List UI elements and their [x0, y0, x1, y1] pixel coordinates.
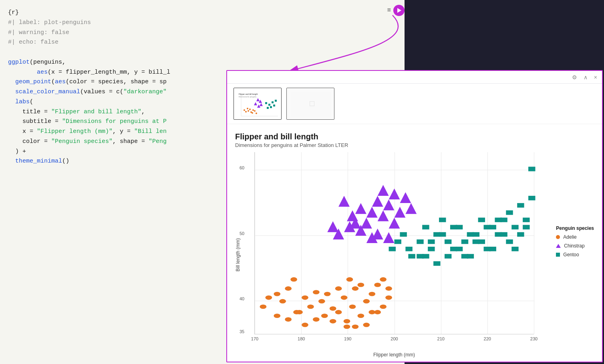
code-line-2: #| label: plot-penguins	[8, 18, 397, 28]
svg-marker-81	[395, 207, 406, 217]
code-line-3: #| warning: false	[8, 28, 397, 38]
svg-text:Flipper and bill length: Flipper and bill length	[239, 93, 258, 95]
code-line-6: ggplot(penguins,	[8, 58, 397, 68]
svg-point-69	[380, 277, 387, 282]
x-axis-label: Flipper length (mm)	[254, 352, 534, 358]
svg-point-2	[244, 109, 245, 111]
svg-point-38	[307, 304, 314, 309]
svg-rect-96	[417, 239, 423, 244]
svg-rect-98	[428, 247, 435, 251]
svg-point-63	[363, 323, 370, 327]
svg-point-43	[324, 292, 331, 296]
chart-inner: 35 40 50 60	[242, 152, 598, 358]
svg-point-40	[321, 314, 328, 318]
svg-marker-84	[383, 232, 395, 243]
svg-marker-74	[355, 203, 366, 214]
svg-rect-132	[450, 225, 457, 229]
svg-rect-22	[273, 105, 275, 107]
svg-point-33	[279, 299, 286, 304]
svg-point-53	[330, 319, 336, 324]
expand-panel-button[interactable]: ∧	[582, 73, 589, 81]
svg-point-11	[256, 113, 257, 114]
svg-point-58	[274, 314, 280, 318]
svg-point-37	[290, 277, 297, 282]
svg-point-48	[352, 286, 359, 291]
svg-rect-125	[511, 225, 518, 229]
svg-point-61	[357, 283, 364, 287]
grid-v-230	[534, 152, 534, 334]
y-tick-40: 40	[240, 296, 241, 301]
settings-panel-button[interactable]: ⚙	[570, 73, 579, 81]
thumbnail-2[interactable]: □	[286, 88, 334, 120]
svg-rect-97	[422, 225, 429, 229]
svg-rect-121	[467, 254, 474, 258]
svg-point-46	[344, 319, 350, 324]
svg-marker-75	[361, 217, 372, 228]
svg-rect-21	[267, 107, 269, 109]
gentoo-label: Gentoo	[563, 252, 579, 257]
svg-point-5	[249, 109, 251, 110]
svg-marker-82	[400, 192, 411, 203]
thumbnails-row: Flipper and bill length Dimensions for p…	[227, 84, 602, 124]
svg-point-32	[274, 292, 280, 296]
chart-plot: 35 40 50 60	[254, 152, 534, 334]
svg-rect-122	[478, 239, 485, 244]
svg-rect-19	[272, 101, 274, 103]
x-tick-220: 220	[484, 336, 491, 341]
run-button[interactable]	[393, 5, 405, 16]
svg-rect-136	[495, 217, 501, 222]
adelie-label: Adelie	[563, 234, 576, 240]
svg-point-39	[313, 290, 320, 294]
svg-point-47	[349, 304, 356, 309]
svg-point-42	[330, 306, 336, 311]
panel-header: ⚙ ∧ ×	[227, 71, 602, 84]
svg-point-54	[313, 317, 320, 322]
svg-rect-123	[489, 247, 496, 251]
svg-rect-129	[417, 254, 423, 258]
svg-text:□: □	[310, 99, 314, 109]
svg-rect-17	[265, 102, 267, 104]
output-panel: ⚙ ∧ ×	[226, 70, 603, 362]
svg-text:Dimensions for penguins...: Dimensions for penguins...	[239, 96, 258, 98]
svg-marker-80	[389, 217, 400, 228]
svg-point-44	[335, 310, 342, 314]
run-button-area: ≡	[387, 5, 405, 16]
svg-marker-76	[366, 207, 378, 217]
svg-point-65	[368, 292, 375, 296]
chinstrap-label: Chinstrap	[564, 243, 584, 249]
scatter-plot-svg	[255, 152, 534, 334]
x-tick-170: 170	[251, 336, 258, 341]
code-line-4: #| echo: false	[8, 38, 397, 48]
svg-rect-133	[461, 239, 468, 244]
svg-point-56	[296, 310, 303, 314]
svg-rect-118	[433, 261, 440, 265]
svg-point-66	[380, 304, 387, 309]
legend-title: Penguin species	[556, 225, 594, 231]
svg-rect-130	[428, 239, 435, 244]
svg-rect-138	[517, 203, 524, 207]
svg-rect-139	[528, 196, 535, 200]
svg-point-55	[302, 323, 308, 327]
svg-point-41	[318, 299, 325, 304]
y-tick-60: 60	[240, 165, 241, 170]
thumbnail-1[interactable]: Flipper and bill length Dimensions for p…	[234, 88, 282, 120]
chart-container: Bill length (mm) 35 40 50 60	[235, 152, 598, 358]
svg-rect-107	[478, 217, 485, 222]
svg-point-3	[245, 111, 247, 113]
svg-point-49	[357, 314, 364, 318]
svg-point-57	[285, 317, 292, 322]
close-panel-button[interactable]: ×	[592, 73, 599, 81]
svg-point-34	[285, 286, 292, 291]
adelie-icon	[556, 235, 560, 239]
legend: Penguin species Adelie Chinstrap Gentoo	[556, 225, 594, 261]
svg-rect-127	[395, 239, 401, 244]
svg-rect-134	[473, 232, 479, 237]
svg-rect-137	[506, 210, 513, 215]
svg-rect-120	[456, 247, 463, 251]
svg-point-10	[254, 110, 256, 112]
svg-rect-124	[500, 232, 507, 237]
lines-icon[interactable]: ≡	[387, 7, 391, 14]
svg-point-50	[363, 299, 370, 304]
svg-rect-119	[445, 254, 451, 258]
code-line-5	[8, 48, 397, 58]
